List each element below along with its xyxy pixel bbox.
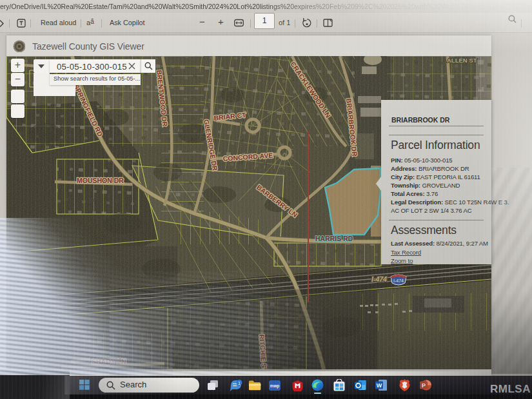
svg-text:P: P: [422, 382, 426, 389]
svg-text:1: 1: [238, 381, 241, 385]
svg-text:W: W: [377, 382, 382, 389]
svg-text:mwp: mwp: [270, 384, 280, 389]
